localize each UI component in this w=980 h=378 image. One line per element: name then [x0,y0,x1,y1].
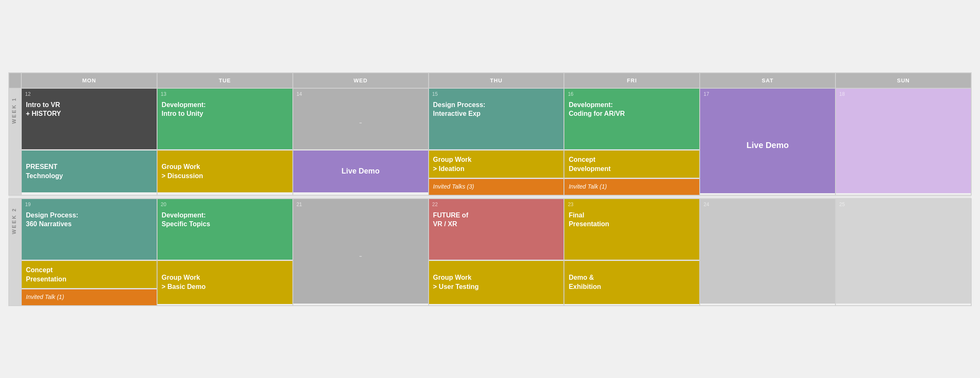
week2-tue-num: 20 [157,199,292,208]
week1-thu-bot-text: Group Work> Ideation [429,152,564,176]
week2-mon-num: 19 [22,199,157,208]
week2-tue: 20 Development:Specific Topics Group Wor… [157,199,293,306]
header-fri: FRI [564,73,700,88]
week1-fri-bot-text: ConceptDevelopment [564,152,699,176]
week2-mon: 19 Design Process:360 Narratives Concept… [21,199,157,306]
header-wed: WED [293,73,429,88]
week2-fri-num: 23 [564,199,699,208]
week2-sun-num: 25 [836,199,971,208]
week1-sat-num: 17 [700,89,835,98]
week2-label: WEEK 2 [9,199,19,243]
week1-fri-num: 16 [564,89,699,98]
week1-sat-text: Live Demo [700,98,835,193]
header-thu: THU [429,73,564,88]
week2-wed: 21 - [293,199,429,306]
week2-thu-num: 22 [429,199,564,208]
week2-tue-top-text: Development:Specific Topics [157,208,292,260]
week2-wed-text: - [359,208,362,304]
week2-thu-bot-text: Group Work> User Testing [429,269,564,295]
week1-thu-num: 15 [429,89,564,98]
week1-mon-bot-text: PRESENTTechnology [22,158,157,184]
week1-label-cell: WEEK 1 [9,88,21,195]
week2-mon-invited-text: Invited Talk (1) [22,291,157,304]
week-divider [9,195,971,199]
header-mon: MON [21,73,157,88]
week1-thu-invited-text: Invited Talks (3) [429,180,564,193]
week1-wed: 14 - Live Demo [293,88,429,195]
week2-mon-top-text: Design Process:360 Narratives [22,208,157,260]
week1-mon: 12 Intro to VR+ HISTORY PRESENTTechnolog… [21,88,157,195]
week-divider-row [9,195,971,199]
week2-sat-num: 24 [700,199,835,208]
week1-thu: 15 Design Process:Interactive Exp Group … [429,88,564,195]
week1-fri: 16 Development:Coding for AR/VR ConceptD… [564,88,700,195]
week1-fri-top-text: Development:Coding for AR/VR [564,98,699,149]
header-tue: TUE [157,73,293,88]
week1-wed-bot-text: Live Demo [338,162,384,180]
week1-wed-num: 14 [293,89,305,98]
week1-mon-num: 12 [22,89,157,98]
week1-sat: 17 Live Demo [700,88,835,195]
week1-sun: 18 [835,88,971,195]
week1-tue-bot-text: Group Work> Discussion [157,158,292,184]
week1-fri-invited-text: Invited Talk (1) [564,180,699,193]
week2-sun: 25 [835,199,971,306]
week2-mon-bot-text: ConceptPresentation [22,262,157,286]
week1-tue: 13 Development:Intro to Unity Group Work… [157,88,293,195]
week1-tue-top-text: Development:Intro to Unity [157,98,292,149]
week2-thu-top-text: FUTURE ofVR / XR [429,208,564,260]
week1-thu-top-text: Design Process:Interactive Exp [429,98,564,149]
week2-fri-bot-text: Demo &Exhibition [564,269,699,295]
week-col-header [9,73,21,88]
header-row: MON TUE WED THU FRI SAT SUN [9,73,971,88]
week2-wed-num: 21 [293,199,305,208]
week1-label: WEEK 1 [9,89,19,132]
week2-sat: 24 [700,199,835,306]
header-sat: SAT [700,73,835,88]
header-sun: SUN [835,73,971,88]
week2-thu: 22 FUTURE ofVR / XR Group Work> User Tes… [429,199,564,306]
week2-fri: 23 FinalPresentation Demo &Exhibition [564,199,700,306]
week2-tue-bot-text: Group Work> Basic Demo [157,269,292,295]
week1-sun-num: 18 [836,89,971,98]
week1-row: WEEK 1 12 Intro to VR+ HISTORY PRESENTTe… [9,88,971,195]
week2-fri-top-text: FinalPresentation [564,208,699,260]
week1-wed-top-text: - [355,98,366,149]
week2-label-cell: WEEK 2 [9,199,21,306]
week2-row: WEEK 2 19 Design Process:360 Narratives … [9,199,971,306]
week1-tue-num: 13 [157,89,292,98]
week1-mon-top-text: Intro to VR+ HISTORY [22,98,157,149]
